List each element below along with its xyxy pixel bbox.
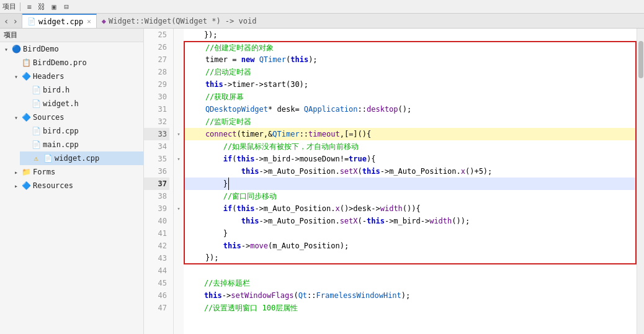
split-icon[interactable]: ⊟ [61, 2, 71, 12]
vertical-scrollbar[interactable] [637, 29, 644, 334]
marker-43 [174, 252, 184, 264]
marker-33[interactable]: ▾ [174, 128, 184, 140]
editor-wrapper[interactable]: }); //创建定时器的对象 timer = new QTimer(this);… [184, 29, 637, 334]
code-line-32: //监听定时器 [184, 115, 637, 128]
linenum-30: 30 [144, 91, 169, 103]
code-line-28: //启动定时器 [184, 66, 637, 78]
tree-item-resources[interactable]: ▸ 🔷 Resources [10, 179, 143, 192]
cpp-file-icon-bird: 📄 [31, 126, 41, 136]
linenum-37: 37 [144, 178, 169, 190]
tree-expand-bird-h [22, 86, 30, 94]
linenum-28: 28 [144, 66, 169, 78]
linenum-47: 47 [144, 302, 169, 314]
code-line-31: QDesktopWidget* desk= QApplication::desk… [184, 103, 637, 115]
tree-item-main-cpp[interactable]: 📄 main.cpp [20, 138, 143, 151]
marker-35[interactable]: ▾ [174, 153, 184, 165]
scrollbar-thumb[interactable] [638, 41, 643, 78]
tree-label-forms: Forms [33, 168, 55, 176]
tree-expand-resources[interactable]: ▸ [12, 182, 20, 189]
tab-back-button[interactable]: ‹ [2, 16, 10, 26]
linenum-32: 32 [144, 115, 169, 128]
code-line-46: this->setWindowFlags(Qt::FramelessWindow… [184, 289, 637, 302]
tree-expand-forms[interactable]: ▸ [12, 168, 20, 176]
linenum-35: 35 [144, 153, 169, 165]
code-line-40: this->m_Auto_Position.setX(-this->m_bird… [184, 215, 637, 227]
warning-icon: ⚠ [31, 153, 41, 163]
linenum-42: 42 [144, 240, 169, 252]
code-line-27: timer = new QTimer(this); [184, 53, 637, 66]
breadcrumb-text: Widget::Widget(QWidget *) -> void [109, 17, 256, 25]
code-line-25: }); [184, 29, 637, 41]
tree-expand-sources[interactable]: ▾ [12, 114, 20, 121]
tree-label-pro: BirdDemo.pro [33, 58, 87, 67]
filter-icon[interactable]: ≡ [24, 2, 34, 12]
code-lines: }); //创建定时器的对象 timer = new QTimer(this);… [184, 29, 637, 314]
code-line-47: //设置透明窗口 100层属性 [184, 302, 637, 314]
tree-item-birddemo-root[interactable]: ▾ 🔵 BirdDemo [0, 42, 143, 56]
tree-item-bird-cpp[interactable]: 📄 bird.cpp [20, 124, 143, 138]
marker-46 [174, 289, 184, 302]
marker-32 [174, 115, 184, 128]
resources-folder-icon: 🔷 [21, 181, 31, 191]
tree-item-forms[interactable]: ▸ 📁 Forms [10, 165, 143, 179]
code-line-30: //获取屏幕 [184, 91, 637, 103]
code-line-43: }); [184, 252, 637, 264]
link-icon[interactable]: ⛓ [37, 2, 47, 12]
code-line-33: connect(timer,&QTimer::timeout,[=](){ [184, 128, 637, 140]
h-file-icon-widget: 📄 [31, 99, 41, 109]
tree-item-widget-h[interactable]: 📄 widget.h [20, 97, 143, 111]
code-line-34: //如果鼠标没有被按下，才自动向前移动 [184, 140, 637, 153]
code-line-35: if(this->m_bird->mouseDown!=true){ [184, 153, 637, 165]
tree-item-bird-h[interactable]: 📄 bird.h [20, 83, 143, 97]
tree-expand-headers[interactable]: ▾ [12, 73, 20, 80]
tab-file-icon: 📄 [27, 17, 36, 25]
breadcrumb: ◆ Widget::Widget(QWidget *) -> void [97, 14, 644, 28]
main-area: 项目 ▾ 🔵 BirdDemo 📋 BirdDemo.pro ▾ 🔷 Heade… [0, 29, 644, 334]
tab-forward-button[interactable]: › [11, 16, 19, 26]
linenum-41: 41 [144, 227, 169, 240]
tree-item-sources[interactable]: ▾ 🔷 Sources [10, 111, 143, 124]
project-label: 项目 [2, 2, 16, 11]
marker-36 [174, 165, 184, 178]
linenum-33: 33 [144, 128, 169, 140]
cpp-file-icon-main: 📄 [31, 140, 41, 150]
marker-47 [174, 302, 184, 314]
marker-25 [174, 29, 184, 41]
code-line-37: } [184, 178, 637, 190]
tree-expand-birddemo[interactable]: ▾ [2, 45, 10, 53]
marker-37 [174, 178, 184, 190]
tree-item-birddemo-pro[interactable]: 📋 BirdDemo.pro [10, 56, 143, 70]
linenum-34: 34 [144, 140, 169, 153]
tree-item-headers[interactable]: ▾ 🔷 Headers [10, 70, 143, 83]
tree-expand-widget-cpp [22, 155, 30, 162]
linenum-38: 38 [144, 190, 169, 202]
tree-item-widget-cpp[interactable]: ⚠ 📄 widget.cpp [20, 151, 143, 165]
marker-39[interactable]: ▾ [174, 202, 184, 215]
marker-29 [174, 78, 184, 91]
linenum-31: 31 [144, 103, 169, 115]
tab-filename: widget.cpp [38, 17, 83, 26]
code-line-29: this->timer->start(30); [184, 78, 637, 91]
tab-close-button[interactable]: ✕ [87, 17, 91, 25]
code-line-26: //创建定时器的对象 [184, 41, 637, 53]
tree-label-bird-h: bird.h [43, 86, 69, 94]
marker-45 [174, 277, 184, 289]
tree-expand-bird-cpp [22, 127, 30, 135]
marker-28 [174, 66, 184, 78]
top-toolbar: 项目 ≡ ⛓ ▣ ⊟ [0, 0, 644, 14]
linenum-27: 27 [144, 53, 169, 66]
tree-label-widget-h: widget.h [43, 99, 79, 108]
marker-40 [174, 215, 184, 227]
linenum-39: 39 [144, 202, 169, 215]
code-line-38: //窗口同步移动 [184, 190, 637, 202]
layout-icon[interactable]: ▣ [49, 2, 59, 12]
tab-widget-cpp[interactable]: 📄 widget.cpp ✕ [22, 14, 97, 28]
linenum-26: 26 [144, 41, 169, 53]
marker-31 [174, 103, 184, 115]
tree-expand-pro [12, 59, 20, 66]
marker-26 [174, 41, 184, 53]
code-line-41: } [184, 227, 637, 240]
sidebar: 项目 ▾ 🔵 BirdDemo 📋 BirdDemo.pro ▾ 🔷 Heade… [0, 29, 144, 334]
code-editor[interactable]: 25 26 27 28 29 30 31 32 33 34 35 36 37 3… [144, 29, 644, 334]
sources-folder-icon: 🔷 [21, 112, 31, 122]
